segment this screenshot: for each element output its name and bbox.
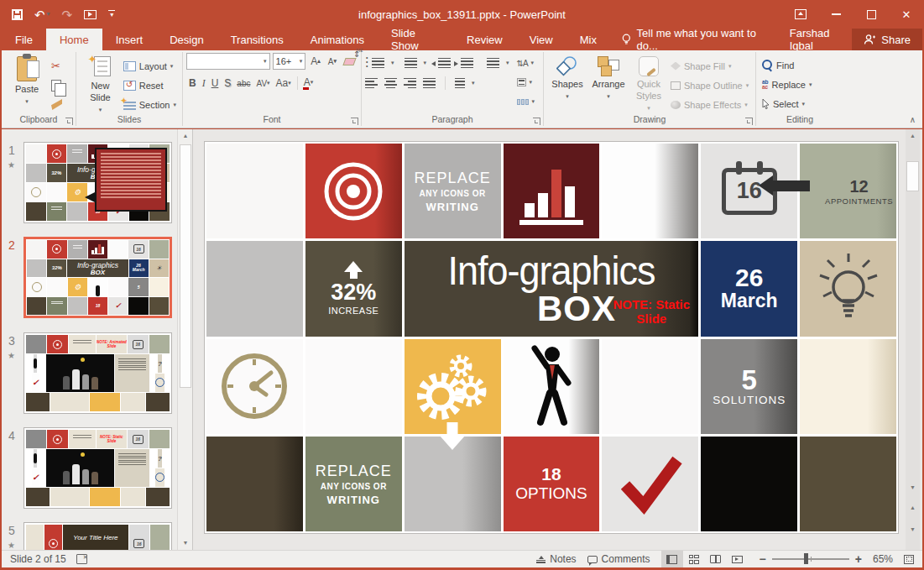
align-right-button[interactable] (404, 78, 416, 89)
tile-main-title[interactable]: Info-graphics BOX NOTE: Static Slide (405, 241, 699, 336)
replace-button[interactable]: abacReplace▾ (760, 76, 814, 93)
font-name-combo[interactable]: ▾ (186, 53, 270, 70)
customize-qat-button[interactable]: ▾ (108, 10, 115, 19)
tab-mix[interactable]: Mix (566, 29, 610, 50)
tab-animations[interactable]: Animations (297, 29, 378, 50)
quick-styles-button[interactable]: Quick Styles ▾ (629, 53, 668, 113)
ribbon-display-options-button[interactable] (783, 0, 818, 29)
zoom-slider[interactable] (772, 558, 849, 560)
start-slideshow-button[interactable] (84, 10, 97, 19)
tile-solutions[interactable]: 5 SOLUTIONS (701, 339, 797, 434)
tile-options[interactable]: 18 OPTIONS (504, 437, 600, 531)
tab-slide-show[interactable]: Slide Show (378, 29, 453, 50)
slide-sorter-view-button[interactable] (683, 551, 705, 567)
comments-button[interactable]: Comments (587, 553, 650, 565)
tab-transitions[interactable]: Transitions (217, 29, 297, 50)
save-button[interactable] (12, 9, 23, 20)
font-color-button[interactable]: A▾ (301, 75, 316, 92)
font-size-combo[interactable]: 16+▾ (273, 53, 306, 70)
scroll-down-arrow[interactable]: ▼ (906, 481, 920, 494)
shape-fill-button[interactable]: Shape Fill▾ (668, 57, 751, 75)
cut-button[interactable]: ✂ (49, 57, 65, 75)
tab-home[interactable]: Home (46, 29, 102, 50)
tile-blank-black[interactable] (701, 437, 797, 531)
tab-file[interactable]: File (2, 29, 46, 50)
tab-review[interactable]: Review (453, 29, 516, 50)
slide-counter[interactable]: Slide 2 of 15 (10, 553, 66, 565)
tab-design[interactable]: Design (156, 29, 217, 50)
drawing-dialog-launcher[interactable] (745, 118, 753, 125)
character-spacing-button[interactable]: AV▾ (253, 75, 272, 92)
align-text-button[interactable]: ▾ (514, 74, 538, 91)
columns-button[interactable] (455, 78, 465, 89)
tile-person[interactable] (504, 339, 600, 434)
slide-thumbnail-5[interactable]: 5 ★ Your Title HereSub Title Here 16 (23, 522, 172, 550)
tile-increase[interactable]: 32% INCREASE (305, 241, 402, 336)
thumbnail-scrollbar[interactable]: ▲ ▼ (177, 129, 192, 550)
font-dialog-launcher[interactable] (351, 118, 358, 125)
tile-blank-white2[interactable] (305, 339, 402, 434)
next-slide-button[interactable]: ▼ (906, 528, 920, 541)
slide-thumbnail-2[interactable]: 2 16 32% (23, 237, 172, 318)
justify-button[interactable] (423, 78, 436, 89)
scroll-down-arrow[interactable]: ▼ (179, 536, 192, 550)
text-direction-button[interactable]: ⇅A▾ (514, 55, 538, 71)
reset-button[interactable]: Reset (121, 76, 179, 94)
shape-effects-button[interactable]: Shape Effects▾ (668, 96, 751, 113)
convert-smartart-button[interactable]: ▾ (514, 93, 538, 110)
fit-to-window-button[interactable] (904, 555, 914, 564)
redo-button[interactable]: ↷ (62, 8, 73, 21)
bold-button[interactable]: B (186, 75, 199, 92)
increase-indent-button[interactable] (461, 58, 473, 69)
reading-view-button[interactable] (705, 551, 727, 567)
select-button[interactable]: Select▾ (760, 95, 814, 112)
tile-replace-bottom[interactable]: REPLACE ANY ICONS OR WRITING (305, 437, 402, 531)
tile-date[interactable]: 26 March (701, 241, 797, 336)
layout-button[interactable]: Layout▾ (121, 57, 179, 75)
tile-blank-silver[interactable] (206, 241, 303, 336)
line-spacing-button[interactable] (487, 58, 499, 69)
change-case-button[interactable]: Aa▾ (274, 75, 294, 92)
previous-slide-button[interactable]: ▲ (906, 506, 920, 520)
slide-thumbnail-3[interactable]: 3 ★ NOTE: Animated Slide 16 (23, 332, 172, 414)
notes-button[interactable]: Notes (536, 553, 576, 565)
tab-view[interactable]: View (516, 29, 566, 50)
slide-editor[interactable]: REPLACE ANY ICONS OR WRITING (204, 141, 899, 534)
tile-blank-shadow[interactable] (602, 144, 698, 238)
undo-button[interactable]: ↶▾ (34, 8, 50, 21)
signed-in-user[interactable]: Farshad Iqbal (776, 29, 853, 50)
copy-button[interactable] (49, 76, 65, 94)
tile-lightbulb[interactable] (800, 241, 896, 336)
scrollbar-thumb[interactable] (180, 144, 191, 388)
bullets-button[interactable] (372, 58, 384, 69)
tile-blank-cream[interactable] (800, 339, 896, 434)
align-center-button[interactable] (384, 78, 397, 89)
arrange-button[interactable]: Arrange ▾ (587, 53, 629, 113)
scroll-up-arrow[interactable]: ▲ (906, 129, 920, 143)
decrease-indent-button[interactable] (438, 58, 451, 69)
underline-button[interactable]: U (209, 75, 222, 92)
grow-font-button[interactable]: A▴ (308, 53, 323, 70)
slide-show-button[interactable] (727, 551, 749, 567)
new-slide-button[interactable]: ✦ New Slide ▾ (80, 53, 121, 113)
tile-gears[interactable] (405, 339, 501, 434)
paste-button[interactable]: Paste ▾ (5, 53, 49, 113)
maximize-button[interactable] (854, 0, 889, 29)
tile-blank-white3[interactable] (602, 339, 698, 434)
tab-insert[interactable]: Insert (102, 29, 157, 50)
format-painter-button[interactable] (49, 96, 65, 113)
section-button[interactable]: ✦Section▾ (121, 96, 179, 113)
tile-bullseye[interactable] (305, 144, 402, 238)
shape-outline-button[interactable]: Shape Outline▾ (668, 76, 751, 94)
tile-checkmark[interactable] (602, 437, 698, 531)
strikethrough-button[interactable]: abc (234, 75, 253, 92)
spell-check-icon[interactable] (76, 554, 87, 564)
minimize-button[interactable] (818, 0, 854, 29)
slide-thumbnail-4[interactable]: 4 NOTE: Static Slide 16 (23, 427, 172, 509)
italic-button[interactable]: I (200, 75, 208, 92)
find-button[interactable]: Find (760, 56, 814, 74)
canvas-scrollbar[interactable]: ▲ ▼ ▲ ▼ (906, 129, 920, 550)
tile-appointments[interactable]: 12 APPOINTMENTS (800, 144, 896, 238)
tile-blank-brown[interactable] (206, 437, 303, 531)
close-button[interactable]: ✕ (889, 0, 924, 29)
